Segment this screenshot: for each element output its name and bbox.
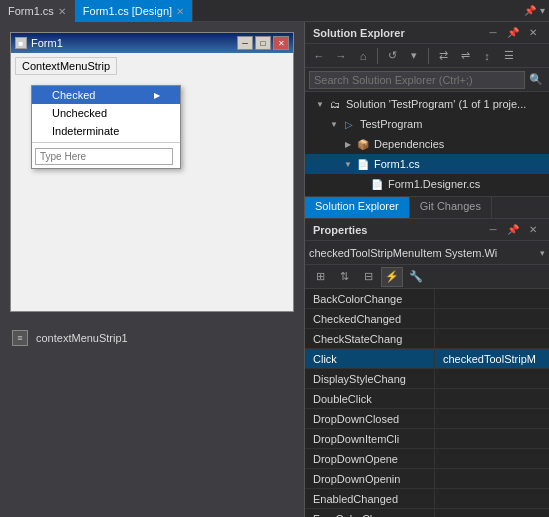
props-row-checkstatechange[interactable]: CheckStateChang (305, 329, 549, 349)
se-nav2-btn[interactable]: ⇌ (455, 46, 475, 66)
props-object-bar: checkedToolStripMenuItem System.Wi ▾ (305, 241, 549, 265)
form-minimize-btn[interactable]: ─ (237, 36, 253, 50)
tab-pin-icon[interactable]: 📌 (524, 5, 536, 16)
form-icon: ■ (15, 37, 27, 49)
props-value-checkedchanged (435, 309, 549, 328)
props-row-forecolorchange[interactable]: ForeColorChange (305, 509, 549, 517)
se-panel-tabs: Solution Explorer Git Changes (305, 196, 549, 218)
se-settings-btn[interactable]: ☰ (499, 46, 519, 66)
props-pin2-icon[interactable]: 📌 (505, 222, 521, 238)
tree-dependencies-icon: 📦 (355, 136, 371, 152)
menu-item-checked[interactable]: Checked ▶ (32, 86, 180, 104)
props-value-backcolorchange (435, 289, 549, 308)
se-nav3-btn[interactable]: ↕ (477, 46, 497, 66)
menu-checked-arrow: ▶ (154, 91, 160, 100)
props-row-doubleclick[interactable]: DoubleClick (305, 389, 549, 409)
form-maximize-btn[interactable]: □ (255, 36, 271, 50)
menu-item-unchecked[interactable]: Unchecked (32, 104, 180, 122)
tab-form1-designer[interactable]: Form1.cs [Design] ✕ (75, 0, 193, 22)
props-row-dropdownclosed[interactable]: DropDownClosed (305, 409, 549, 429)
form-close-btn[interactable]: ✕ (273, 36, 289, 50)
tab-form1-designer-close[interactable]: ✕ (176, 6, 184, 17)
component-icon: ≡ (12, 330, 28, 346)
solution-explorer-header: Solution Explorer ─ 📌 ✕ (305, 22, 549, 44)
props-name-enabledchanged: EnabledChanged (305, 489, 435, 508)
tree-form1cs-label: Form1.cs (374, 158, 420, 170)
tree-dependencies[interactable]: ▶ 📦 Dependencies (305, 134, 549, 154)
menu-item-indeterminate[interactable]: Indeterminate (32, 122, 180, 140)
props-name-click: Click (305, 349, 435, 368)
props-name-displaystylechange: DisplayStyleChang (305, 369, 435, 388)
tree-form1cs-expand[interactable]: ▼ (341, 157, 355, 171)
properties-header: Properties ─ 📌 ✕ (305, 219, 549, 241)
props-row-click[interactable]: Click checkedToolStripM (305, 349, 549, 369)
props-dropdown-arrow[interactable]: ▾ (540, 248, 545, 258)
tree-testprogram[interactable]: ▼ ▷ TestProgram (305, 114, 549, 134)
props-value-dropdownclosed (435, 409, 549, 428)
form-controls: ─ □ ✕ (237, 36, 289, 50)
context-menu: Checked ▶ Unchecked Indeterminate (31, 85, 181, 169)
se-search-btn[interactable]: 🔍 (527, 71, 545, 89)
props-value-displaystylechange (435, 369, 549, 388)
se-pin-icon[interactable]: ─ (485, 25, 501, 41)
se-nav1-btn[interactable]: ⇄ (433, 46, 453, 66)
tree-form1designer-label: Form1.Designer.cs (388, 178, 480, 190)
tab-overflow-icon[interactable]: ▾ (540, 5, 545, 16)
tree-solution-expand[interactable]: ▼ (313, 97, 327, 111)
se-filter-btn[interactable]: ▾ (404, 46, 424, 66)
tree-form1cs-icon: 📄 (355, 156, 371, 172)
se-back-btn[interactable]: ← (309, 46, 329, 66)
props-row-backcolorchange[interactable]: BackColorChange (305, 289, 549, 309)
tree-area: ▼ 🗂 Solution 'TestProgram' (1 of 1 proje… (305, 92, 549, 196)
tab-actions: 📌 ▾ (520, 0, 549, 21)
props-name-forecolorchange: ForeColorChange (305, 509, 435, 517)
props-row-dropdownopene[interactable]: DropDownOpene (305, 449, 549, 469)
props-categorize-btn[interactable]: ⊟ (357, 267, 379, 287)
props-name-doubleclick: DoubleClick (305, 389, 435, 408)
solution-explorer: Solution Explorer ─ 📌 ✕ ← → ⌂ ↺ ▾ ⇄ ⇌ ↕ … (305, 22, 549, 219)
se-pin2-icon[interactable]: 📌 (505, 25, 521, 41)
tree-dependencies-expand[interactable]: ▶ (341, 137, 355, 151)
form-designer: ■ Form1 ─ □ ✕ ContextMenuStrip Checked ▶ (0, 22, 305, 517)
tree-solution[interactable]: ▼ 🗂 Solution 'TestProgram' (1 of 1 proje… (305, 94, 549, 114)
props-name-dropdownopenin: DropDownOpenin (305, 469, 435, 488)
props-row-dropdownitemcli[interactable]: DropDownItemCli (305, 429, 549, 449)
se-home-btn[interactable]: ⌂ (353, 46, 373, 66)
props-close-icon[interactable]: ✕ (525, 222, 541, 238)
tree-dependencies-label: Dependencies (374, 138, 444, 150)
se-forward-btn[interactable]: → (331, 46, 351, 66)
form-titlebar: ■ Form1 ─ □ ✕ (11, 33, 293, 53)
solution-explorer-title: Solution Explorer (313, 27, 405, 39)
se-sync-btn[interactable]: ↺ (382, 46, 402, 66)
props-row-checkedchanged[interactable]: CheckedChanged (305, 309, 549, 329)
props-row-enabledchanged[interactable]: EnabledChanged (305, 489, 549, 509)
form-window: ■ Form1 ─ □ ✕ ContextMenuStrip Checked ▶ (10, 32, 294, 312)
tree-form1cs[interactable]: ▼ 📄 Form1.cs (305, 154, 549, 174)
props-row-dropdownopenin[interactable]: DropDownOpenin (305, 469, 549, 489)
tree-testprogram-expand[interactable]: ▼ (327, 117, 341, 131)
right-panel: Solution Explorer ─ 📌 ✕ ← → ⌂ ↺ ▾ ⇄ ⇌ ↕ … (305, 22, 549, 517)
props-table: BackColorChange CheckedChanged CheckStat… (305, 289, 549, 517)
tab-solution-explorer[interactable]: Solution Explorer (305, 197, 410, 218)
main-layout: ■ Form1 ─ □ ✕ ContextMenuStrip Checked ▶ (0, 22, 549, 517)
props-sort-btn[interactable]: ⇅ (333, 267, 355, 287)
props-value-dropdownopene (435, 449, 549, 468)
props-name-dropdownitemcli: DropDownItemCli (305, 429, 435, 448)
tab-form1-cs[interactable]: Form1.cs ✕ (0, 0, 75, 22)
tree-form1designer-icon: 📄 (369, 176, 385, 192)
properties-header-icons: ─ 📌 ✕ (485, 222, 541, 238)
props-grid-btn[interactable]: ⊞ (309, 267, 331, 287)
tab-form1-cs-close[interactable]: ✕ (58, 6, 66, 17)
type-here-input[interactable] (35, 148, 173, 165)
props-events-btn[interactable]: ⚡ (381, 267, 403, 287)
solution-explorer-header-icons: ─ 📌 ✕ (485, 25, 541, 41)
tree-form1designer[interactable]: 📄 Form1.Designer.cs (305, 174, 549, 194)
props-pin-icon[interactable]: ─ (485, 222, 501, 238)
props-row-displaystylechange[interactable]: DisplayStyleChang (305, 369, 549, 389)
props-wrench-btn[interactable]: 🔧 (405, 267, 427, 287)
tab-form1-cs-label: Form1.cs (8, 5, 54, 17)
tab-git-changes[interactable]: Git Changes (410, 197, 492, 218)
se-close-icon[interactable]: ✕ (525, 25, 541, 41)
props-name-dropdownclosed: DropDownClosed (305, 409, 435, 428)
se-search-input[interactable] (309, 71, 525, 89)
